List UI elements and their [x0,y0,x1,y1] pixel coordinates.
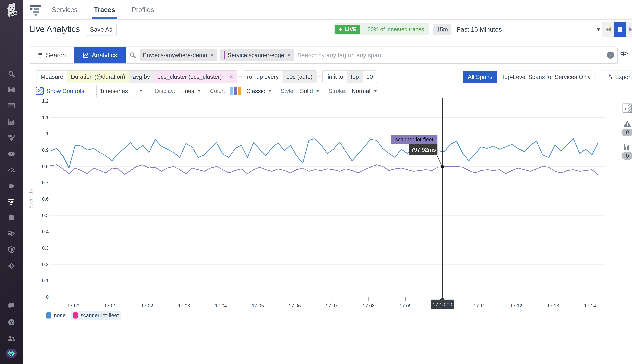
style-select[interactable]: Solid [300,88,320,94]
list-icon [37,52,43,58]
stats-chart-icon[interactable] [623,143,631,151]
sidebar-monitors-icon[interactable] [7,150,16,158]
export-button[interactable]: Export [601,70,632,84]
time-range-picker[interactable]: 15m Past 15 Minutes [431,22,605,37]
svg-text:0.6: 0.6 [42,196,49,202]
sidebar-security-icon[interactable] [7,246,16,254]
filter-tag-label: Env:ecs-anywhere-demo [143,52,207,58]
measure-label: Measure [37,70,67,83]
chevron-down-icon [268,90,272,92]
search-mode-tab[interactable]: Search [29,47,74,64]
legend-item-none[interactable]: none [44,311,68,320]
stroke-value: Normal [352,88,370,94]
remove-filter-icon[interactable]: × [210,52,214,59]
chevron-down-icon [596,28,600,31]
legend-item-scanner-iot-fleet[interactable]: scanner-iot-fleet [71,311,121,320]
measure-value-dropdown[interactable]: Duration (@duration) [67,70,129,83]
stroke-select[interactable]: Normal [352,88,377,94]
stats-count-badge: 0 [622,152,632,160]
analytics-chart-icon [83,52,89,58]
measure-group: Measure Duration (@duration) avg by ecs_… [36,70,237,83]
sidebar-traces-icon[interactable] [7,198,16,206]
style-label: Style: [280,88,295,94]
datadog-logo-icon[interactable] [4,3,20,18]
legend-label: none [54,312,66,318]
viz-type-select[interactable]: Timeseries [96,85,146,97]
lightning-bolt-icon [338,26,343,32]
errors-warning-icon[interactable] [623,120,631,128]
timeseries-chart[interactable]: 00.10.20.30.40.50.60.70.80.911.11.2Secon… [23,97,619,324]
sidebar-search-icon[interactable] [7,70,16,78]
sidebar-metrics-icon[interactable] [7,118,16,126]
aggregation-label[interactable]: avg by [129,70,154,83]
group-by-dropdown[interactable]: ecs_cluster (ecs_cluster) [154,70,226,83]
viz-type-label: Timeseries [100,88,128,94]
search-bar: Search Analytics Env:ecs-anywhere-demo ×… [29,46,618,64]
svg-text:17:13: 17:13 [547,303,559,308]
time-range-short: 15m [433,24,451,35]
sidebar-watchdog-icon[interactable] [7,86,16,94]
live-toggle-button[interactable]: LIVE [335,25,360,34]
sidebar-apm-gauge-icon[interactable] [7,166,16,174]
top-level-spans-option[interactable]: Top-Level Spans for Services Only [497,71,595,83]
save-as-button[interactable]: Save As [86,23,116,36]
analytics-mode-tab[interactable]: Analytics [74,47,126,64]
rewind-button[interactable] [602,22,614,37]
graph-controls-row: Show Controls Timeseries Display: Lines … [36,85,377,97]
fast-forward-button[interactable] [626,22,632,37]
svg-text:17:08: 17:08 [362,303,374,308]
code-view-icon[interactable]: </> [619,50,627,57]
service-color-bar [224,52,225,59]
legend-label: scanner-iot-fleet [80,312,118,318]
rollup-value-dropdown[interactable]: 10s (auto) [282,70,316,83]
live-status: LIVE 100% of ingested traces [334,24,429,35]
svg-text:17:06: 17:06 [289,303,301,308]
sidebar-integrations-icon[interactable] [7,182,16,190]
color-select[interactable]: Classic [246,88,272,94]
svg-text:1: 1 [46,131,49,136]
show-controls-label: Show Controls [46,88,84,94]
svg-text:17:10:00: 17:10:00 [432,302,452,308]
sidebar-notebooks-icon[interactable] [7,213,16,222]
collapse-panel-button[interactable]: ‹ [622,104,632,113]
filter-tag-env[interactable]: Env:ecs-anywhere-demo × [140,49,217,61]
sidebar-users-icon[interactable] [7,334,16,343]
remove-filter-icon[interactable]: × [287,52,291,59]
chevron-down-icon [198,90,201,92]
svg-text:17:01: 17:01 [104,303,116,308]
chart-legend: none scanner-iot-fleet [44,311,121,320]
svg-text:0.7: 0.7 [42,180,49,186]
user-avatar[interactable] [6,348,17,358]
svg-text:17:05: 17:05 [252,303,264,308]
display-select[interactable]: Lines [180,88,201,94]
tab-profiles[interactable]: Profiles [132,0,154,19]
left-sidebar: ? [0,0,23,364]
svg-text:17:00: 17:00 [67,303,79,308]
sidebar-chat-icon[interactable] [7,302,16,310]
tab-traces[interactable]: Traces [94,0,115,19]
sidebar-infrastructure-icon[interactable] [7,134,16,142]
limit-value-input[interactable]: 10 [363,70,377,83]
title-bar: Live Analytics Save As LIVE 100% of inge… [23,20,632,39]
chevron-down-icon [374,90,377,92]
remove-group-by-icon[interactable]: × [226,70,237,83]
all-spans-option[interactable]: All Spans [463,71,497,83]
live-analytics-page: ? Services Traces Profiles [0,0,632,364]
search-input[interactable]: Search by any tag on any span [297,52,607,59]
show-controls-button[interactable]: Show Controls [36,87,84,95]
filter-tag-service[interactable]: Service:scanner-edge × [220,49,294,61]
svg-text:?: ? [10,320,13,325]
sidebar-log-explorer-icon[interactable] [7,230,16,238]
pause-button[interactable] [614,22,626,37]
tab-services[interactable]: Services [52,0,78,19]
sidebar-help-icon[interactable]: ? [7,318,16,326]
analytics-tab-label: Analytics [92,52,117,59]
palette-swatches [230,87,241,95]
sidebar-dashboards-icon[interactable] [7,102,16,110]
limit-mode-dropdown[interactable]: top [347,70,363,83]
errors-count-badge: 0 [622,128,632,136]
apm-section-icon [30,4,41,15]
clear-search-icon[interactable]: ✕ [607,52,614,59]
rollup-label: roll up every [243,70,282,83]
sidebar-network-icon[interactable] [7,262,16,270]
